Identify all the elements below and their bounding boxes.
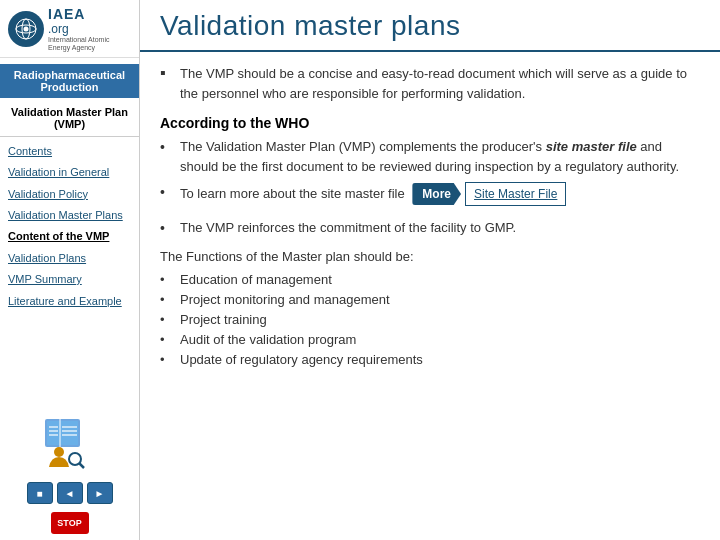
nav-item-content-vmp[interactable]: Content of the VMP <box>0 226 139 247</box>
nav-item-validation-master-plans[interactable]: Validation Master Plans <box>0 205 139 226</box>
stop-button[interactable]: STOP <box>51 512 89 534</box>
bullet-dot-3: • <box>160 218 176 239</box>
who-bullet-1-text: The Validation Master Plan (VMP) complem… <box>180 137 700 176</box>
nav-item-validation-plans[interactable]: Validation Plans <box>0 248 139 269</box>
icon-area: ■ ◄ ► STOP <box>27 399 113 540</box>
more-row: More Site Master File <box>412 182 566 206</box>
func-dot-3: • <box>160 332 176 347</box>
func-text-4: Update of regulatory agency requirements <box>180 352 423 367</box>
book-person-icon <box>37 409 102 474</box>
home-button[interactable]: ■ <box>27 482 53 504</box>
func-item-1: • Project monitoring and management <box>160 292 700 307</box>
who-bullet-1-bold: site master file <box>546 139 637 154</box>
bullet-dot-1: • <box>160 137 176 158</box>
svg-rect-6 <box>47 421 78 445</box>
who-bullet-2-text: To learn more about the site master file… <box>180 182 566 212</box>
nav-control-buttons: ■ ◄ ► <box>27 482 113 504</box>
func-item-3: • Audit of the validation program <box>160 332 700 347</box>
svg-point-4 <box>24 27 29 32</box>
bullet-dot-2: • <box>160 182 176 203</box>
svg-point-14 <box>54 447 64 457</box>
func-item-2: • Project training <box>160 312 700 327</box>
func-item-4: • Update of regulatory agency requiremen… <box>160 352 700 367</box>
nav-item-literature[interactable]: Literature and Example <box>0 291 139 312</box>
page-title-bar: Validation master plans <box>140 0 720 52</box>
content-area: ▪ The VMP should be a concise and easy-t… <box>140 52 720 540</box>
who-bullet-1-normal: The Validation Master Plan (VMP) complem… <box>180 139 546 154</box>
func-dot-0: • <box>160 272 176 287</box>
who-bullet-3: • The VMP reinforces the commitment of t… <box>160 218 700 239</box>
logo-text: IAEA.org International AtomicEnergy Agen… <box>48 6 109 53</box>
iaea-logo-icon <box>8 11 44 47</box>
logo-area: IAEA.org International AtomicEnergy Agen… <box>0 0 139 58</box>
back-button[interactable]: ◄ <box>57 482 83 504</box>
func-dot-1: • <box>160 292 176 307</box>
more-button[interactable]: More <box>412 183 461 205</box>
page-title: Validation master plans <box>160 10 700 42</box>
who-bullet-2: • To learn more about the site master fi… <box>160 182 700 212</box>
who-section: According to the WHO • The Validation Ma… <box>160 115 700 239</box>
nav-section: RadiopharmaceuticalProduction Validation… <box>0 58 139 312</box>
nav-subsection-header: Validation Master Plan(VMP) <box>0 102 139 137</box>
who-bullet-1: • The Validation Master Plan (VMP) compl… <box>160 137 700 176</box>
who-bullet-3-text: The VMP reinforces the commitment of the… <box>180 218 516 238</box>
who-header: According to the WHO <box>160 115 700 131</box>
intro-text: The VMP should be a concise and easy-to-… <box>180 64 700 103</box>
func-text-1: Project monitoring and management <box>180 292 390 307</box>
sidebar: IAEA.org International AtomicEnergy Agen… <box>0 0 140 540</box>
forward-button[interactable]: ► <box>87 482 113 504</box>
iaea-label: IAEA <box>48 6 109 22</box>
main-content: Validation master plans ▪ The VMP should… <box>140 0 720 540</box>
func-text-2: Project training <box>180 312 267 327</box>
nav-section-header: RadiopharmaceuticalProduction <box>0 64 139 98</box>
func-text-0: Education of management <box>180 272 332 287</box>
site-master-file-link[interactable]: Site Master File <box>465 182 566 206</box>
nav-item-validation-policy[interactable]: Validation Policy <box>0 184 139 205</box>
iaea-subtitle: International AtomicEnergy Agency <box>48 36 109 53</box>
intro-bullet: ▪ The VMP should be a concise and easy-t… <box>160 64 700 103</box>
svg-line-16 <box>79 463 84 468</box>
bullet-symbol: ▪ <box>160 64 176 103</box>
logo-org-suffix: .org <box>48 22 109 36</box>
func-item-0: • Education of management <box>160 272 700 287</box>
func-text-3: Audit of the validation program <box>180 332 356 347</box>
nav-item-validation-general[interactable]: Validation in General <box>0 162 139 183</box>
who-bullet-2-before: To learn more about the site master file <box>180 186 405 201</box>
func-dot-4: • <box>160 352 176 367</box>
nav-item-contents[interactable]: Contents <box>0 141 139 162</box>
nav-item-vmp-summary[interactable]: VMP Summary <box>0 269 139 290</box>
functions-section: The Functions of the Master plan should … <box>160 249 700 367</box>
func-dot-2: • <box>160 312 176 327</box>
functions-title: The Functions of the Master plan should … <box>160 249 700 264</box>
